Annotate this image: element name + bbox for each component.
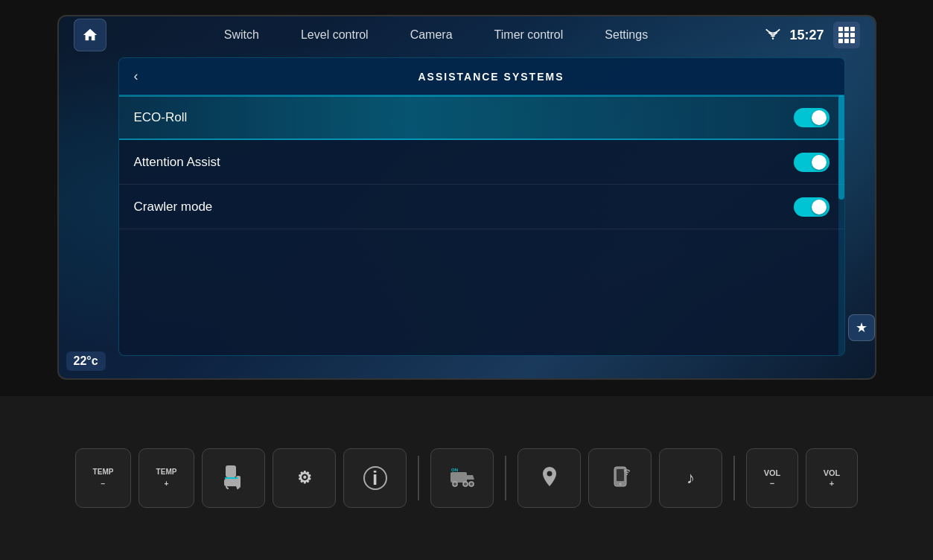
vol-plus-button[interactable]: VOL + bbox=[806, 448, 858, 508]
music-icon: ♪ bbox=[687, 470, 695, 486]
crawler-mode-label: Crawler mode bbox=[134, 200, 213, 214]
star-icon: ★ bbox=[856, 319, 867, 336]
temp-minus-sign: − bbox=[101, 480, 106, 489]
svg-text:ON: ON bbox=[451, 468, 458, 472]
top-nav: Switch Level control Camera Timer contro… bbox=[218, 25, 654, 45]
eco-roll-row[interactable]: ECO-Roll bbox=[119, 95, 844, 140]
svg-rect-4 bbox=[225, 477, 238, 479]
bottom-controls: TEMP − TEMP + ⚙ bbox=[0, 396, 933, 560]
phone-icon bbox=[611, 465, 630, 491]
location-button[interactable] bbox=[518, 448, 581, 508]
separator-1 bbox=[418, 456, 419, 500]
vol-plus-sign: + bbox=[829, 479, 834, 488]
nav-timer-control[interactable]: Timer control bbox=[488, 25, 570, 45]
top-bar: Switch Level control Camera Timer contro… bbox=[59, 16, 875, 54]
temperature-display: 22°c bbox=[66, 351, 106, 371]
svg-point-0 bbox=[772, 37, 774, 39]
seat-button[interactable] bbox=[202, 448, 265, 508]
temp-plus-sign: + bbox=[165, 480, 169, 489]
seat-icon bbox=[223, 464, 245, 492]
back-button[interactable]: ‹ bbox=[134, 69, 138, 84]
panel-scrollbar[interactable] bbox=[838, 95, 844, 355]
svg-rect-2 bbox=[224, 479, 238, 486]
assistance-systems-panel: ‹ ASSISTANCE SYSTEMS ECO-Roll Attention … bbox=[118, 57, 845, 356]
separator-2 bbox=[505, 456, 506, 500]
truck-on-button[interactable]: ON bbox=[430, 448, 494, 508]
temp-plus-label: TEMP bbox=[156, 468, 177, 477]
vol-plus-label: VOL bbox=[824, 468, 841, 477]
location-icon bbox=[540, 465, 559, 491]
settings-button[interactable]: ⚙ bbox=[273, 448, 336, 508]
svg-point-10 bbox=[547, 471, 552, 477]
attention-assist-row[interactable]: Attention Assist bbox=[119, 140, 844, 185]
nav-settings[interactable]: Settings bbox=[599, 25, 654, 45]
grid-icon bbox=[838, 27, 855, 43]
truck-icon: ON bbox=[449, 466, 476, 490]
svg-rect-1 bbox=[226, 465, 236, 477]
info-button[interactable]: i bbox=[343, 448, 407, 508]
phone-button[interactable] bbox=[588, 448, 652, 508]
device-frame: Switch Level control Camera Timer contro… bbox=[0, 0, 933, 560]
svg-point-13 bbox=[619, 483, 621, 486]
svg-point-14 bbox=[626, 474, 628, 475]
crawler-mode-row[interactable]: Crawler mode bbox=[119, 185, 844, 229]
home-button[interactable] bbox=[74, 19, 106, 51]
time-display: 15:27 bbox=[789, 28, 824, 43]
scrollbar-thumb bbox=[838, 95, 844, 200]
temp-minus-label: TEMP bbox=[93, 468, 114, 477]
grid-menu-button[interactable] bbox=[833, 22, 860, 48]
favorites-button[interactable]: ★ bbox=[848, 314, 875, 341]
temp-minus-button[interactable]: TEMP − bbox=[75, 448, 131, 508]
nav-camera[interactable]: Camera bbox=[404, 25, 459, 45]
vol-minus-label: VOL bbox=[764, 468, 781, 477]
nav-switch[interactable]: Switch bbox=[218, 25, 265, 45]
svg-point-7 bbox=[463, 482, 468, 486]
items-list: ECO-Roll Attention Assist Crawler mode bbox=[119, 95, 844, 229]
svg-point-6 bbox=[453, 482, 457, 486]
panel-title: ASSISTANCE SYSTEMS bbox=[153, 71, 829, 83]
vol-minus-sign: − bbox=[770, 479, 774, 488]
svg-rect-12 bbox=[617, 469, 624, 481]
eco-roll-label: ECO-Roll bbox=[134, 110, 188, 125]
panel-header: ‹ ASSISTANCE SYSTEMS bbox=[119, 58, 844, 95]
svg-point-8 bbox=[469, 482, 474, 486]
temp-plus-button[interactable]: TEMP + bbox=[138, 448, 194, 508]
svg-rect-5 bbox=[450, 472, 467, 483]
gear-icon: ⚙ bbox=[297, 470, 312, 486]
attention-assist-toggle[interactable] bbox=[794, 153, 829, 172]
music-button[interactable]: ♪ bbox=[659, 448, 722, 508]
main-content: ‹ ASSISTANCE SYSTEMS ECO-Roll Attention … bbox=[118, 57, 845, 356]
vol-minus-button[interactable]: VOL − bbox=[746, 448, 798, 508]
nav-level-control[interactable]: Level control bbox=[295, 25, 375, 45]
crawler-mode-toggle[interactable] bbox=[794, 197, 829, 217]
top-right: 15:27 bbox=[765, 22, 859, 48]
info-icon: i bbox=[363, 466, 387, 490]
wifi-icon bbox=[765, 28, 780, 42]
separator-3 bbox=[733, 456, 735, 500]
attention-assist-label: Attention Assist bbox=[134, 155, 220, 170]
screen: Switch Level control Camera Timer contro… bbox=[57, 15, 876, 380]
eco-roll-toggle[interactable] bbox=[794, 108, 829, 127]
